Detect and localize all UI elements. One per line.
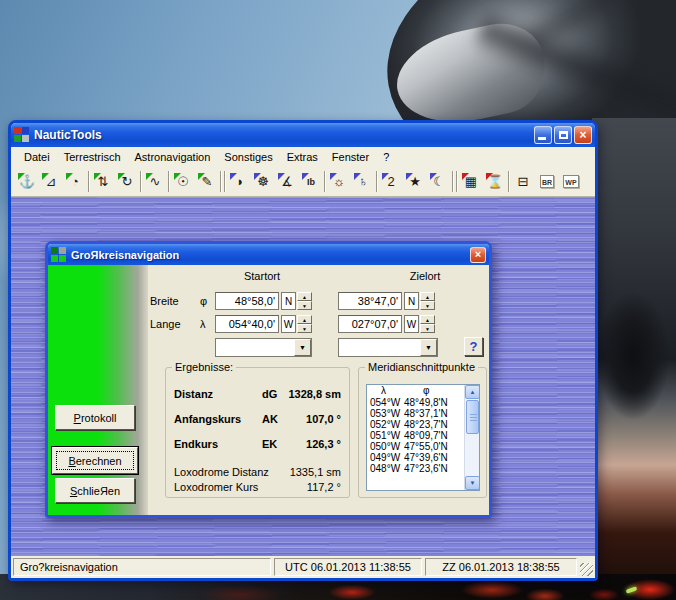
grosskreisnavigation-dialog: GroЯkreisnavigation × Startort Zielort B… — [45, 241, 492, 518]
toolbar-button-moon[interactable]: ☾ — [427, 170, 451, 194]
toolbar-button-anchor-drop[interactable]: ⚓ — [15, 170, 39, 194]
listbox-scrollbar[interactable]: ▲ ▼ — [464, 385, 479, 490]
thumb-grip — [470, 414, 477, 415]
main-titlebar[interactable]: NauticTools × — [11, 123, 595, 147]
dialog-icon-square-gray — [59, 247, 66, 254]
toolbar-button-calculator[interactable]: ▦ — [459, 170, 483, 194]
ziel-breite-spinner: ▲ ▼ — [420, 292, 435, 310]
ergebnisse-groupbox: Ergebnisse: Distanz dG 1328,8 sm Anfangs… — [165, 367, 350, 498]
toolbar-button-time-distance[interactable]: ◔ — [63, 170, 87, 194]
start-lange-input[interactable] — [215, 315, 279, 333]
green-corner-marker — [18, 173, 25, 180]
anfangskurs-label: Anfangskurs — [174, 413, 241, 425]
spin-down-button[interactable]: ▼ — [297, 301, 312, 310]
toolbar-button-helm[interactable]: ☸ — [251, 170, 275, 194]
blue-corner-marker — [382, 173, 389, 180]
startort-combobox[interactable]: ▼ — [215, 338, 312, 357]
dialog-body: Startort Zielort Breite φ N ▲ ▼ N ▲ — [48, 265, 489, 515]
menu-extras[interactable]: Extras — [280, 149, 325, 165]
red-corner-marker — [462, 173, 469, 180]
nautictools-app-icon — [14, 127, 30, 143]
toolbar-button-doc-br[interactable]: BR — [535, 170, 559, 194]
anfangskurs-row: Anfangskurs AK 107,0 ° — [174, 413, 341, 426]
anfangskurs-code: AK — [262, 413, 278, 425]
dropdown-arrow-icon[interactable]: ▼ — [294, 339, 311, 356]
green-corner-marker — [146, 173, 153, 180]
menu-datei[interactable]: Datei — [17, 149, 57, 165]
spin-down-button[interactable]: ▼ — [420, 324, 435, 333]
row-phi: 47°55,0'N — [404, 441, 448, 452]
start-breite-spinner: ▲ ▼ — [297, 292, 312, 310]
toolbar-button-astro-time[interactable]: ◑ — [227, 170, 251, 194]
toolbar-button-print[interactable]: ⊟ — [511, 170, 535, 194]
menu-help[interactable]: ? — [376, 149, 396, 165]
start-breite-input[interactable] — [215, 292, 279, 310]
dialog-close-button[interactable]: × — [470, 247, 486, 263]
zielort-combobox[interactable]: ▼ — [338, 338, 438, 357]
toolbar-button-identify-body[interactable]: Ib — [299, 170, 323, 194]
berechnen-button[interactable]: Berechnen — [52, 447, 138, 474]
resize-grip[interactable] — [580, 563, 593, 576]
scrollbar-thumb[interactable] — [466, 400, 479, 434]
phi-column-header: φ — [423, 385, 429, 396]
app-icon-square-green — [14, 135, 21, 142]
toolbar-button-sunrise[interactable]: ☼ — [327, 170, 351, 194]
toolbar-button-sextant[interactable]: ∡ — [275, 170, 299, 194]
toolbar-button-stopwatch[interactable]: ⌛ — [483, 170, 507, 194]
ziel-breite-hemisphere[interactable]: N — [404, 292, 419, 310]
menu-sonstiges[interactable]: Sonstiges — [217, 149, 279, 165]
maximize-button[interactable] — [554, 126, 572, 144]
toolbar-button-planet[interactable]: ♄ — [351, 170, 375, 194]
toolbar-button-two-bodies[interactable]: 2 — [379, 170, 403, 194]
scroll-down-icon[interactable]: ▼ — [465, 476, 480, 490]
toolbar-button-wave[interactable]: ∿ — [143, 170, 167, 194]
print-icon: ⊟ — [518, 174, 529, 189]
menu-astronavigation[interactable]: Astronavigation — [128, 149, 218, 165]
spin-down-button[interactable]: ▼ — [297, 324, 312, 333]
toolbar-button-star[interactable]: ★ — [403, 170, 427, 194]
meridian-row[interactable]: 048°W47°23,6'N — [367, 463, 479, 474]
toolbar-button-plot-pencil[interactable]: ✎ — [195, 170, 219, 194]
meridian-row[interactable]: 054°W48°49,8'N — [367, 397, 479, 408]
start-breite-hemisphere[interactable]: N — [281, 292, 296, 310]
meridian-row[interactable]: 052°W48°23,7'N — [367, 419, 479, 430]
toolbar-separator — [88, 171, 90, 192]
doc-wp-icon: WP — [563, 175, 578, 188]
row-phi: 48°09,7'N — [404, 430, 448, 441]
toolbar-button-course-turn[interactable]: ↻ — [115, 170, 139, 194]
schliessen-button[interactable]: SchlieЯen — [55, 478, 135, 503]
green-corner-marker — [66, 173, 73, 180]
ziel-lange-input[interactable] — [338, 315, 402, 333]
spin-up-button[interactable]: ▲ — [297, 292, 312, 301]
toolbar-button-updown-arrows[interactable]: ⇅ — [91, 170, 115, 194]
spin-up-button[interactable]: ▲ — [420, 292, 435, 301]
meridian-row[interactable]: 051°W48°09,7'N — [367, 430, 479, 441]
loxodromer-kurs-row: Loxodromer Kurs 117,2 ° — [174, 481, 341, 494]
protokoll-button[interactable]: Protokoll — [55, 405, 135, 430]
meridian-listbox[interactable]: λ φ 054°W48°49,8'N 053°W48°37,1'N 052°W4… — [366, 384, 480, 491]
spin-down-button[interactable]: ▼ — [420, 301, 435, 310]
close-button[interactable]: × — [574, 126, 592, 144]
distanz-code: dG — [262, 388, 277, 400]
dropdown-arrow-icon[interactable]: ▼ — [420, 339, 437, 356]
start-lange-hemisphere[interactable]: W — [281, 315, 296, 333]
minimize-button[interactable] — [534, 126, 552, 144]
toolbar-button-chart-triangle[interactable]: ⊿ — [39, 170, 63, 194]
row-phi: 48°23,7'N — [404, 419, 448, 430]
meridian-row[interactable]: 049°W47°39,6'N — [367, 452, 479, 463]
menu-terrestrisch[interactable]: Terrestrisch — [57, 149, 128, 165]
menu-fenster[interactable]: Fenster — [325, 149, 376, 165]
dialog-titlebar[interactable]: GroЯkreisnavigation × — [48, 244, 489, 265]
ziel-breite-input[interactable] — [338, 292, 402, 310]
spin-up-button[interactable]: ▲ — [420, 315, 435, 324]
help-button[interactable]: ? — [464, 337, 483, 356]
spin-up-button[interactable]: ▲ — [297, 315, 312, 324]
toolbar-button-sun-bearing[interactable]: ☉ — [171, 170, 195, 194]
meridian-row[interactable]: 053°W48°37,1'N — [367, 408, 479, 419]
ziel-lange-hemisphere[interactable]: W — [404, 315, 419, 333]
scroll-up-icon[interactable]: ▲ — [465, 385, 480, 399]
berechnen-rest: erechnen — [76, 455, 122, 467]
row-phi: 48°49,8'N — [404, 397, 448, 408]
toolbar-button-doc-wp[interactable]: WP — [559, 170, 583, 194]
meridian-row[interactable]: 050°W47°55,0'N — [367, 441, 479, 452]
